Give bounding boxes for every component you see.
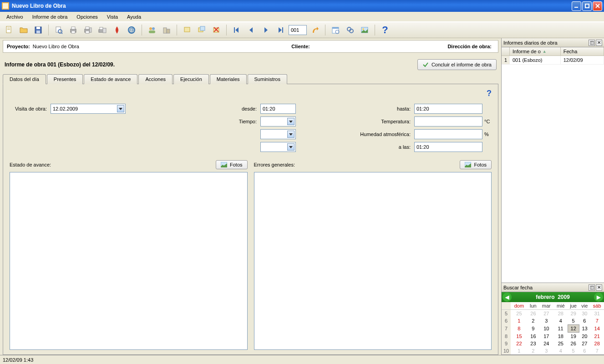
conclude-report-button[interactable]: Concluir el informe de obra	[417, 59, 497, 70]
tab-datos-dia[interactable]: Datos del día	[3, 74, 46, 84]
calendar-day[interactable]: 4	[554, 347, 568, 354]
print-all-icon[interactable]	[81, 24, 94, 36]
calendar-day[interactable]: 2	[528, 347, 539, 354]
fotos-estado-button[interactable]: Fotos	[216, 160, 248, 169]
image-icon[interactable]	[358, 24, 371, 36]
humedad-input[interactable]	[414, 129, 482, 139]
nav-next-icon[interactable]	[259, 24, 272, 36]
calendar-day[interactable]: 10	[539, 325, 554, 333]
temperatura-input[interactable]	[414, 116, 482, 126]
calendar-day[interactable]: 4	[554, 317, 568, 325]
report-new-icon[interactable]	[181, 24, 193, 36]
calendar-day[interactable]: 20	[579, 333, 590, 340]
prev-month-button[interactable]: ◀	[502, 293, 512, 302]
menu-archivo[interactable]: Archivo	[2, 13, 28, 21]
maximize-button[interactable]	[582, 1, 592, 11]
visita-date-combo[interactable]: 12.02.2009	[51, 104, 126, 114]
calendar-day[interactable]: 26	[528, 310, 539, 318]
calendar-day[interactable]: 21	[590, 333, 604, 340]
close-pane-icon[interactable]: ✕	[596, 40, 602, 46]
calendar-day[interactable]: 18	[554, 333, 568, 340]
pdf-icon[interactable]	[111, 24, 123, 36]
print-icon[interactable]	[67, 24, 80, 36]
undock-icon[interactable]: ◫	[589, 40, 595, 46]
print-preview-icon[interactable]	[52, 24, 65, 36]
calendar-day[interactable]: 26	[568, 340, 579, 347]
new-document-icon[interactable]	[3, 24, 15, 36]
menu-ayuda[interactable]: Ayuda	[122, 13, 146, 21]
calendar-day[interactable]: 5	[568, 317, 579, 325]
nav-last-icon[interactable]	[274, 24, 287, 36]
calendar-day[interactable]: 28	[590, 340, 604, 347]
calendar-day[interactable]: 2	[528, 317, 539, 325]
hasta-input[interactable]	[414, 104, 482, 114]
calendar-day[interactable]: 6	[579, 347, 590, 354]
calendar-day[interactable]: 1	[511, 317, 528, 325]
calendar-day[interactable]: 27	[539, 310, 554, 318]
tab-estado-avance[interactable]: Estado de avance	[84, 74, 137, 84]
estado-avance-textarea[interactable]	[10, 172, 248, 350]
tiempo-combo-1[interactable]	[260, 116, 296, 126]
email-icon[interactable]: @	[125, 24, 138, 36]
close-button[interactable]	[593, 1, 602, 11]
report-delete-icon[interactable]	[210, 24, 223, 36]
calendar-day[interactable]: 16	[528, 333, 539, 340]
calendar-day[interactable]: 9	[528, 325, 539, 333]
calendar-day[interactable]: 23	[528, 340, 539, 347]
company-icon[interactable]	[160, 24, 173, 36]
errores-textarea[interactable]	[254, 172, 492, 350]
calendar-icon[interactable]	[329, 24, 342, 36]
calendar-day[interactable]: 28	[554, 310, 568, 318]
calendar-day[interactable]: 13	[579, 325, 590, 333]
calendar-day[interactable]: 17	[539, 333, 554, 340]
tiempo-combo-3[interactable]	[260, 142, 296, 152]
goto-icon[interactable]	[309, 24, 321, 36]
save-icon[interactable]	[32, 24, 45, 36]
reports-row[interactable]: 1 001 (Esbozo) 12/02/09	[502, 56, 604, 65]
calendar-day[interactable]: 31	[590, 310, 604, 318]
menu-opciones[interactable]: Opciones	[72, 13, 102, 21]
minimize-button[interactable]	[572, 1, 581, 11]
calendar-day[interactable]: 11	[554, 325, 568, 333]
calendar-day[interactable]: 1	[511, 347, 528, 354]
reports-col-fecha[interactable]: Fecha	[561, 47, 604, 56]
calendar-day[interactable]: 8	[511, 325, 528, 333]
reports-col-informe[interactable]: Informe de o▲	[510, 47, 561, 56]
calendar-day[interactable]: 30	[579, 310, 590, 318]
report-copy-icon[interactable]	[195, 24, 208, 36]
tab-presentes[interactable]: Presentes	[47, 74, 83, 84]
menu-informe[interactable]: Informe de obra	[28, 13, 72, 21]
calendar-day[interactable]: 19	[568, 333, 579, 340]
alas-input[interactable]	[414, 142, 482, 152]
tab-help-icon[interactable]: ?	[487, 89, 492, 98]
tab-ejecucion[interactable]: Ejecución	[173, 74, 209, 84]
calendar-day[interactable]: 6	[579, 317, 590, 325]
contacts-icon[interactable]	[146, 24, 158, 36]
calendar-day[interactable]: 3	[539, 317, 554, 325]
calendar-day[interactable]: 7	[590, 347, 604, 354]
nav-first-icon[interactable]	[230, 24, 243, 36]
calendar-day[interactable]: 25	[511, 310, 528, 318]
fotos-errores-button[interactable]: Fotos	[460, 160, 492, 169]
search-icon[interactable]	[344, 24, 356, 36]
tab-suministros[interactable]: Suministros	[248, 74, 287, 84]
next-month-button[interactable]: ▶	[594, 293, 603, 302]
calendar-day[interactable]: 7	[590, 317, 604, 325]
calendar-day[interactable]: 15	[511, 333, 528, 340]
calendar-day[interactable]: 22	[511, 340, 528, 347]
help-icon[interactable]: ?	[379, 24, 391, 36]
tab-materiales[interactable]: Materiales	[210, 74, 247, 84]
menu-vista[interactable]: Vista	[102, 13, 122, 21]
calendar-day[interactable]: 3	[539, 347, 554, 354]
tab-acciones[interactable]: Acciones	[138, 74, 173, 84]
calendar-day[interactable]: 27	[579, 340, 590, 347]
open-folder-icon[interactable]	[17, 24, 30, 36]
calendar-day[interactable]: 24	[539, 340, 554, 347]
calendar-day[interactable]: 12	[568, 325, 579, 333]
close-pane-icon[interactable]: ✕	[596, 284, 602, 291]
nav-prev-icon[interactable]	[245, 24, 258, 36]
tiempo-combo-2[interactable]	[260, 129, 296, 139]
calendar-day[interactable]: 29	[568, 310, 579, 318]
calendar-day[interactable]: 14	[590, 325, 604, 333]
print-batch-icon[interactable]	[96, 24, 109, 36]
